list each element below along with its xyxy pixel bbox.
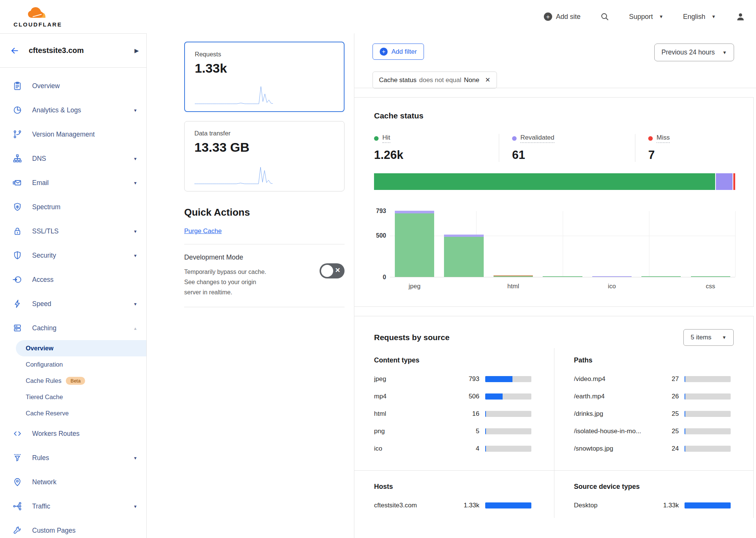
sidebar-subitem-cache-rules[interactable]: Cache RulesBeta [0, 373, 146, 389]
sidebar-item-speed[interactable]: Speed▾ [0, 292, 146, 316]
sidebar-item-access[interactable]: Access [0, 267, 146, 292]
sidebar-item-overview[interactable]: Overview [0, 74, 146, 98]
sidebar-subitem-configuration[interactable]: Configuration [0, 356, 146, 373]
legend-item-hit: Hit1.26k [374, 134, 499, 162]
sidebar-item-workers-routes[interactable]: Workers Routes [0, 421, 146, 446]
support-menu[interactable]: Support ▼ [629, 13, 663, 21]
sidebar-subitem-label: Configuration [26, 361, 63, 368]
legend-dot [512, 136, 517, 141]
stacked-segment-hit[interactable] [374, 173, 715, 190]
wrench-icon [12, 526, 22, 535]
user-icon[interactable] [736, 12, 745, 22]
summary-column: Requests1.33kData transfer13.33 GB Quick… [147, 33, 354, 538]
sidebar-item-email[interactable]: Email▾ [0, 171, 146, 195]
back-arrow-icon[interactable] [10, 46, 20, 56]
chart-bar-unlabeled[interactable] [636, 211, 686, 277]
chart-bar-unlabeled[interactable] [439, 211, 488, 277]
source-list-row[interactable]: html16 [374, 405, 531, 423]
row-label: Desktop [574, 502, 655, 509]
row-bar [485, 502, 531, 508]
summary-card-data-transfer[interactable]: Data transfer13.33 GB [184, 121, 345, 191]
stacked-segment-miss[interactable] [733, 173, 735, 190]
sidebar-item-caching[interactable]: Caching▴ [0, 316, 146, 340]
add-site-button[interactable]: + Add site [544, 12, 581, 21]
bolt-icon [12, 299, 22, 309]
sidebar-item-security[interactable]: Security▾ [0, 243, 146, 267]
source-list-hosts: Hostscftestsite3.com1.33k [354, 470, 554, 518]
sidebar-item-ssl-tls[interactable]: SSL/TLS▾ [0, 219, 146, 243]
chart-bar-html[interactable] [489, 211, 538, 277]
source-list-row[interactable]: /earth.mp426 [574, 388, 731, 405]
source-list-row[interactable]: mp4506 [374, 388, 531, 405]
bar-segment [395, 213, 434, 277]
chart-bar-css[interactable] [686, 211, 735, 277]
sidebar-item-dns[interactable]: DNS▾ [0, 146, 146, 171]
add-site-label: Add site [556, 13, 581, 21]
source-list-row[interactable]: png5 [374, 423, 531, 440]
bar-segment [691, 276, 730, 277]
sidebar-subitem-cache-reserve[interactable]: Cache Reserve [0, 405, 146, 421]
legend-label[interactable]: Miss [657, 134, 670, 143]
sidebar-item-custom-pages[interactable]: Custom Pages [0, 518, 146, 538]
legend-value: 1.26k [374, 148, 499, 162]
items-count-dropdown[interactable]: 5 items ▼ [683, 329, 734, 346]
development-mode-toggle[interactable]: ✕ [320, 263, 345, 278]
sidebar-item-label: Spectrum [32, 203, 137, 211]
source-list-title: Hosts [374, 483, 531, 491]
row-bar [485, 411, 531, 417]
source-list-row[interactable]: /video.mp427 [574, 370, 731, 388]
chevron-down-icon: ▾ [134, 253, 137, 258]
chart-bar-jpeg[interactable] [390, 211, 439, 277]
add-filter-button[interactable]: + Add filter [373, 44, 424, 60]
row-value: 25 [655, 428, 679, 435]
language-menu[interactable]: English ▼ [683, 13, 716, 21]
x-axis-label: css [686, 283, 735, 290]
row-label: ico [374, 445, 455, 452]
stacked-segment-revalidated[interactable] [716, 173, 733, 190]
x-axis-label: html [489, 283, 538, 290]
source-list-row[interactable]: /drinks.jpg25 [574, 405, 731, 423]
sidebar-item-network[interactable]: Network [0, 470, 146, 494]
chart-bar-ico[interactable] [587, 211, 636, 277]
requests-by-source-title: Requests by source [374, 333, 450, 342]
row-value: 24 [655, 445, 679, 452]
source-list-row[interactable]: /isolated-house-in-mo...25 [574, 423, 731, 440]
sidebar-subitem-tiered-cache[interactable]: Tiered Cache [0, 389, 146, 405]
summary-card-requests[interactable]: Requests1.33k [184, 42, 345, 112]
cache-status-stacked-bar [374, 173, 735, 190]
remove-filter-icon[interactable]: ✕ [485, 76, 490, 84]
chart-bar-unlabeled[interactable] [538, 211, 587, 277]
sidebar-item-label: DNS [32, 155, 134, 163]
sidebar-item-label: SSL/TLS [32, 227, 134, 235]
source-list-row[interactable]: ico4 [374, 440, 531, 457]
source-list-paths: Paths/video.mp427/earth.mp426/drinks.jpg… [554, 348, 754, 470]
sidebar-item-version-management[interactable]: Version Management [0, 122, 146, 146]
site-switcher-caret-icon[interactable]: ▶ [134, 47, 139, 54]
filter-chip[interactable]: Cache status does not equal None ✕ [373, 72, 497, 89]
source-list-row[interactable]: /snowtops.jpg24 [574, 440, 731, 457]
cloudflare-logo[interactable]: CLOUDFLARE [8, 6, 68, 28]
items-count-label: 5 items [691, 334, 711, 341]
sidebar-item-traffic[interactable]: Traffic▾ [0, 494, 146, 518]
sidebar-item-rules[interactable]: Rules▾ [0, 446, 146, 470]
sidebar-item-analytics-logs[interactable]: Analytics & Logs▾ [0, 98, 146, 122]
source-list-row[interactable]: Desktop1.33k [574, 497, 731, 514]
legend-label[interactable]: Hit [382, 134, 390, 143]
plus-icon: + [544, 12, 552, 21]
cloudflare-cloud-icon [24, 6, 51, 21]
sidebar-item-spectrum[interactable]: Spectrum [0, 195, 146, 219]
purge-cache-link[interactable]: Purge Cache [184, 227, 222, 235]
source-list-content-types: Content typesjpeg793mp4506html16png5ico4 [354, 348, 554, 470]
sidebar-subitem-overview[interactable]: Overview [16, 340, 146, 356]
search-icon[interactable] [600, 12, 609, 21]
source-list-row[interactable]: cftestsite3.com1.33k [374, 497, 531, 514]
filter-chip-field: Cache status [379, 76, 416, 84]
chevron-down-icon: ▼ [659, 14, 663, 19]
source-list-row[interactable]: jpeg793 [374, 370, 531, 388]
divider [184, 244, 345, 244]
time-range-dropdown[interactable]: Previous 24 hours ▼ [654, 44, 734, 61]
analytics-main: + Add filter Cache status does not equal… [354, 33, 756, 538]
development-mode-section: Development Mode Temporarily bypass our … [184, 253, 345, 298]
cache-status-title: Cache status [374, 111, 735, 120]
legend-label[interactable]: Revalidated [520, 134, 554, 143]
